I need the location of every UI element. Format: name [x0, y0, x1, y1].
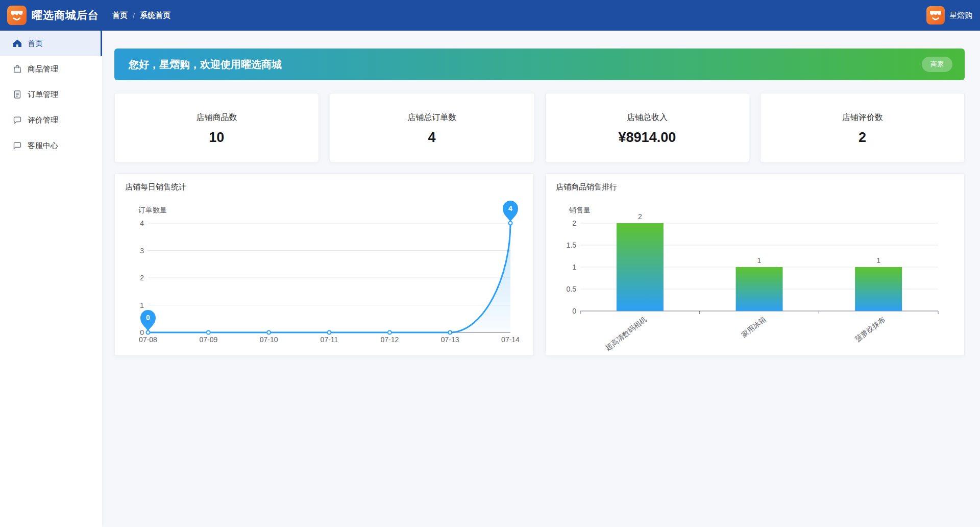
breadcrumb: 首页 / 系统首页 [112, 11, 170, 20]
stat-label: 店铺总订单数 [330, 112, 534, 123]
product-ranking-card: 店铺商品销售排行 销售量00.511.522超高清数码相机1家用冰箱1菠萝纹抹布 [545, 173, 965, 356]
stat-label: 店铺商品数 [115, 112, 318, 123]
stat-value: ¥8914.00 [546, 130, 749, 146]
app-logo-icon [7, 6, 27, 25]
breadcrumb-home[interactable]: 首页 [112, 11, 128, 20]
x-tick-label: 07-08 [139, 336, 157, 344]
role-badge: 商家 [922, 57, 952, 72]
sidebar-item-label: 商品管理 [28, 64, 58, 74]
charts-row: 店铺每日销售统计 订单数量0123407-0807-0907-1007-1107… [114, 173, 965, 356]
sidebar-item-orders[interactable]: 订单管理 [0, 82, 102, 107]
y-tick-label: 2 [140, 274, 144, 282]
breadcrumb-separator: / [133, 11, 135, 20]
sidebar: 首页 商品管理 订单管理 评价管理 [0, 31, 102, 527]
sidebar-item-reviews[interactable]: 评价管理 [0, 107, 102, 133]
stat-value: 2 [761, 130, 964, 146]
stat-card-order-count: 店铺总订单数 4 [330, 93, 534, 162]
data-point [207, 331, 210, 334]
main-content: 您好，星熠购，欢迎使用曜选商城 商家 店铺商品数 10 店铺总订单数 4 店铺总… [102, 31, 980, 527]
stat-value: 4 [330, 130, 534, 146]
chart-title: 店铺商品销售排行 [556, 182, 954, 192]
bar-value-label: 1 [876, 256, 880, 265]
sidebar-item-label: 客服中心 [28, 141, 58, 151]
stat-label: 店铺总收入 [546, 112, 749, 123]
y-tick-label: 1 [572, 263, 576, 271]
user-avatar [926, 6, 945, 25]
y-tick-label: 4 [140, 219, 144, 227]
x-category-label: 超高清数码相机 [604, 315, 648, 352]
chart-title: 店铺每日销售统计 [125, 182, 523, 192]
stat-card-product-count: 店铺商品数 10 [114, 93, 319, 162]
stats-row: 店铺商品数 10 店铺总订单数 4 店铺总收入 ¥8914.00 店铺评价数 2 [114, 93, 965, 162]
username: 星熠购 [949, 11, 972, 20]
sidebar-item-products[interactable]: 商品管理 [0, 56, 102, 82]
sidebar-item-home[interactable]: 首页 [0, 31, 102, 56]
x-tick-label: 07-11 [321, 336, 338, 344]
y-axis-name: 销售量 [569, 206, 591, 214]
stat-card-review-count: 店铺评价数 2 [760, 93, 965, 162]
y-tick-label: 0 [572, 307, 576, 315]
x-tick-label: 07-09 [199, 336, 217, 344]
app-title: 曜选商城后台 [32, 8, 99, 22]
brand: 曜选商城后台 [7, 6, 99, 25]
breadcrumb-current[interactable]: 系统首页 [140, 11, 170, 20]
review-comment-icon [13, 115, 22, 125]
data-point [388, 331, 391, 334]
y-tick-label: 0.5 [567, 285, 577, 293]
welcome-banner: 您好，星熠购，欢迎使用曜选商城 商家 [114, 49, 965, 80]
x-category-label: 菠萝纹抹布 [853, 315, 887, 343]
y-tick-label: 1.5 [567, 241, 577, 249]
x-tick-label: 07-12 [380, 336, 399, 344]
x-tick-label: 07-13 [441, 336, 459, 344]
x-category-label: 家用冰箱 [740, 315, 767, 339]
home-icon [13, 39, 22, 48]
stat-value: 10 [115, 130, 318, 146]
user-menu[interactable]: 星熠购 [926, 6, 972, 25]
bar-value-label: 1 [757, 256, 762, 265]
product-sales-bar-chart: 销售量00.511.522超高清数码相机1家用冰箱1菠萝纹抹布 [556, 194, 954, 353]
welcome-greeting: 您好，星熠购，欢迎使用曜选商城 [129, 58, 282, 71]
daily-sales-card: 店铺每日销售统计 订单数量0123407-0807-0907-1007-1107… [114, 173, 534, 356]
sidebar-item-label: 首页 [28, 39, 43, 49]
data-point [328, 331, 331, 334]
bar-value-label: 2 [638, 212, 642, 221]
x-tick-label: 07-14 [501, 336, 520, 344]
stat-label: 店铺评价数 [761, 112, 964, 123]
order-document-icon [13, 90, 22, 99]
sidebar-item-service[interactable]: 客服中心 [0, 133, 102, 158]
bar [617, 223, 664, 311]
x-tick-label: 07-10 [260, 336, 278, 344]
sidebar-item-label: 评价管理 [28, 115, 58, 125]
mark-pin-value: 4 [508, 204, 512, 212]
admin-dashboard: 曜选商城后台 首页 / 系统首页 星熠购 首页 [0, 0, 980, 527]
service-chat-icon [13, 141, 22, 150]
stat-card-revenue: 店铺总收入 ¥8914.00 [545, 93, 750, 162]
sidebar-item-label: 订单管理 [28, 90, 58, 100]
y-tick-label: 3 [140, 247, 144, 255]
mark-pin-value: 0 [146, 314, 150, 322]
bar [855, 267, 902, 311]
y-axis-name: 订单数量 [138, 206, 167, 214]
data-point [267, 331, 271, 334]
data-point [448, 331, 452, 334]
body-row: 首页 商品管理 订单管理 评价管理 [0, 31, 980, 527]
shopping-bag-icon [13, 64, 22, 74]
y-tick-label: 2 [572, 219, 576, 227]
bar [736, 267, 783, 311]
daily-sales-line-chart: 订单数量0123407-0807-0907-1007-1107-1207-130… [125, 194, 523, 353]
top-navbar: 曜选商城后台 首页 / 系统首页 星熠购 [0, 0, 980, 31]
y-tick-label: 1 [140, 301, 144, 309]
